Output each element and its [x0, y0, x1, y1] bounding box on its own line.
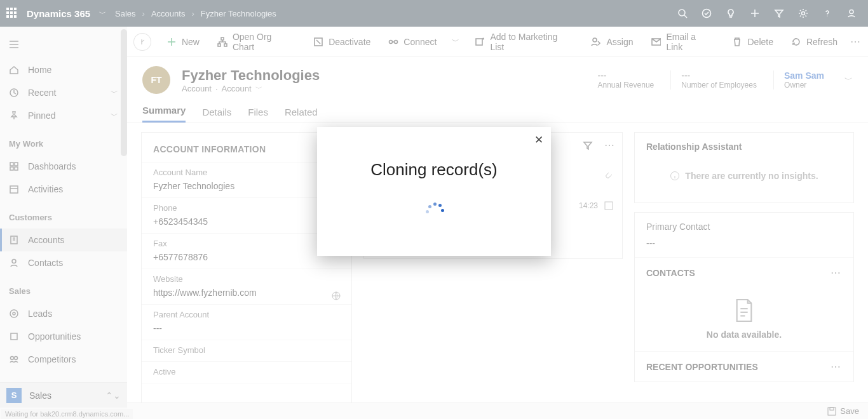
cloning-modal: ✕ Cloning record(s): [317, 127, 551, 256]
modal-title: Cloning record(s): [330, 142, 538, 186]
modal-close-button[interactable]: ✕: [534, 133, 543, 147]
spinner-icon: [426, 201, 442, 218]
